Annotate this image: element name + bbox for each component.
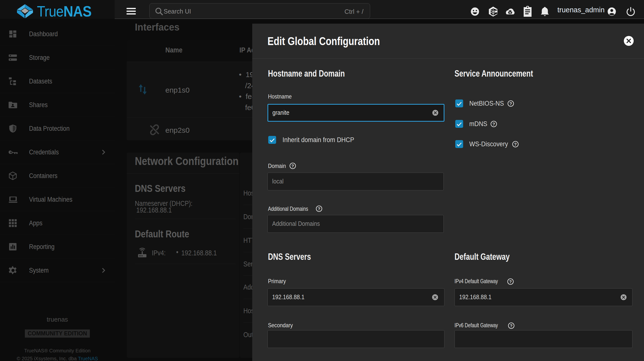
svg-text:?: ?: [514, 142, 516, 147]
svg-text:?: ?: [318, 207, 320, 211]
svg-text:?: ?: [492, 122, 495, 127]
svg-text:?: ?: [510, 323, 512, 328]
svg-text:?: ?: [509, 279, 512, 284]
svg-text:?: ?: [510, 102, 512, 106]
svg-text:?: ?: [291, 164, 294, 168]
